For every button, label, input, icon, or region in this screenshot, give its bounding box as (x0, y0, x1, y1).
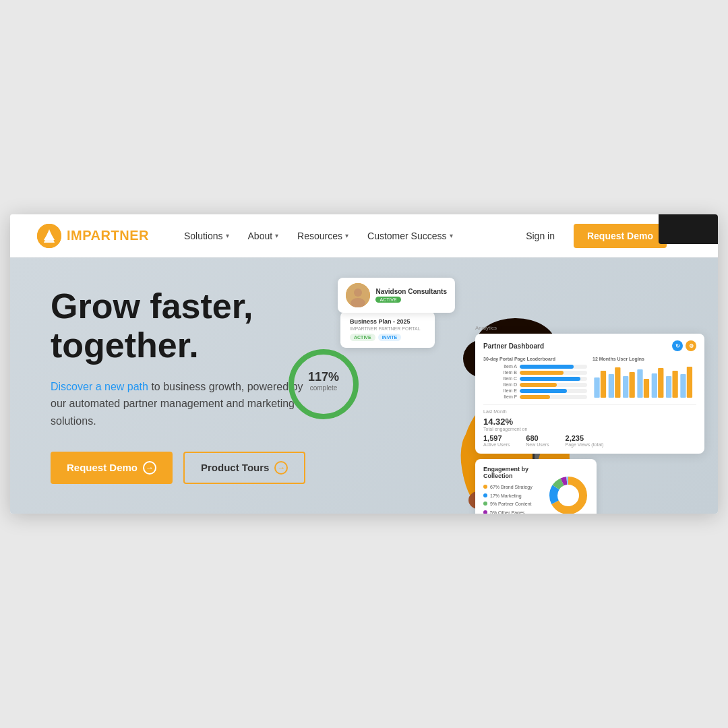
svg-text:117%: 117% (308, 370, 339, 384)
partner-dashboard-card: Partner Dashboard ↻ ⚙ 30-day Portal Page… (475, 334, 704, 454)
new-users-number: 680 (526, 434, 549, 442)
pd-charts-row: 30-day Portal Page Leaderboard Item A It… (483, 357, 696, 400)
nav-right: Sign in Request Demo 🔍 (518, 224, 691, 248)
analytics-section: Analytics Partner Dashboard ↻ ⚙ 30-day P… (475, 325, 704, 514)
profile-info: Navidson Consultants ACTIVE (375, 288, 447, 303)
donut-title: Engagement by Collection (483, 466, 541, 479)
svg-rect-13 (615, 367, 620, 398)
stats-block: Last Month 14.32% Total engagement on 1,… (483, 404, 696, 447)
chevron-down-icon: ▾ (450, 232, 453, 239)
avatar (346, 283, 370, 307)
svg-rect-20 (666, 376, 671, 398)
hbar-chart: Item A Item B Item C Item D Item E Item … (483, 364, 587, 399)
stat-new-users: 680 New Users (526, 434, 549, 447)
donut-info: Engagement by Collection 67% Brand Strat… (483, 466, 541, 514)
nav-about[interactable]: About ▾ (240, 225, 287, 247)
active-users-number: 1,597 (483, 434, 510, 442)
pd-title: Partner Dashboard (483, 342, 544, 350)
svg-rect-10 (594, 377, 599, 398)
page-views-number: 2,235 (566, 434, 604, 442)
donut-chart-svg (548, 475, 588, 514)
profile-card: Navidson Consultants ACTIVE (338, 278, 455, 313)
svg-rect-15 (629, 372, 634, 398)
arrow-icon: → (274, 461, 288, 475)
logins-chart: 12 Months User Logins (593, 357, 696, 400)
invite-badge: INVITE (378, 334, 402, 341)
svg-rect-23 (687, 367, 692, 398)
bp-card-badges: ACTIVE INVITE (350, 334, 425, 341)
svg-rect-2 (47, 237, 52, 239)
navbar: IMPARTNER Solutions ▾ About ▾ Resources … (10, 214, 718, 257)
request-demo-hero-button[interactable]: Request Demo → (51, 452, 173, 484)
product-tours-button[interactable]: Product Tours → (183, 452, 305, 484)
svg-rect-16 (637, 369, 642, 398)
leaderboard-label: 30-day Portal Page Leaderboard (483, 357, 587, 361)
leaderboard-chart: 30-day Portal Page Leaderboard Item A It… (483, 357, 587, 400)
chevron-down-icon: ▾ (226, 232, 229, 239)
hero-section: Grow faster, together. Discover a new pa… (10, 257, 718, 514)
svg-rect-19 (658, 368, 663, 398)
chevron-down-icon: ▾ (275, 232, 278, 239)
svg-point-29 (558, 485, 578, 506)
svg-rect-22 (680, 374, 686, 398)
hero-description: Discover a new path to business growth, … (51, 378, 307, 430)
pd-icons: ↻ ⚙ (672, 340, 696, 351)
svg-text:complete: complete (310, 384, 338, 392)
donut-card: Engagement by Collection 67% Brand Strat… (475, 459, 597, 514)
refresh-icon[interactable]: ↻ (672, 340, 683, 351)
profile-name: Navidson Consultants (375, 288, 447, 295)
sign-in-link[interactable]: Sign in (518, 225, 563, 247)
svg-point-8 (354, 289, 362, 297)
request-demo-nav-button[interactable]: Request Demo (574, 224, 667, 248)
stat-engagement-number: 14.32% (483, 417, 527, 427)
analytics-label: Analytics (475, 325, 704, 331)
arrow-icon: → (143, 461, 156, 475)
active-badge: ACTIVE (350, 334, 375, 341)
stat-active-users: 1,597 Active Users (483, 434, 510, 447)
bp-card-title: Business Plan - 2025 (350, 318, 425, 325)
business-plan-card: Business Plan - 2025 IMPARTNER PARTNER P… (340, 311, 435, 348)
svg-rect-14 (623, 376, 628, 398)
chevron-down-icon: ▾ (345, 232, 348, 239)
svg-rect-17 (644, 379, 649, 398)
hero-description-highlight: Discover a new path (51, 381, 148, 392)
svg-rect-21 (672, 371, 677, 398)
nav-resources[interactable]: Resources ▾ (289, 225, 357, 247)
nav-links: Solutions ▾ About ▾ Resources ▾ Customer… (176, 225, 518, 247)
settings-icon[interactable]: ⚙ (686, 340, 696, 351)
status-badge: ACTIVE (375, 297, 400, 303)
circular-progress: 117% complete (286, 347, 361, 424)
line-chart-svg (593, 364, 696, 398)
stats-period: Last Month (483, 409, 696, 414)
svg-rect-12 (609, 374, 614, 398)
search-icon[interactable]: 🔍 (677, 229, 691, 242)
svg-marker-1 (44, 229, 55, 243)
stat-engagement-label: Total engagement on (483, 427, 527, 431)
bp-card-subtitle: IMPARTNER PARTNER PORTAL (350, 326, 425, 331)
stat-engagement: 14.32% Total engagement on (483, 417, 696, 431)
hero-buttons: Request Demo → Product Tours → (51, 452, 374, 484)
svg-rect-18 (652, 373, 657, 398)
nav-customer-success[interactable]: Customer Success ▾ (359, 225, 460, 247)
page-views-label: Page Views (total) (566, 442, 604, 447)
nav-solutions[interactable]: Solutions ▾ (176, 225, 237, 247)
logo-wordmark: IMPARTNER (67, 228, 149, 243)
svg-rect-11 (601, 371, 606, 398)
new-users-label: New Users (526, 442, 549, 447)
logo-icon (37, 224, 61, 248)
stat-page-views: 2,235 Page Views (total) (566, 434, 604, 447)
pd-header: Partner Dashboard ↻ ⚙ (483, 340, 696, 351)
logo[interactable]: IMPARTNER (37, 224, 149, 248)
browser-window: IMPARTNER Solutions ▾ About ▾ Resources … (10, 214, 718, 514)
page-wrapper: IMPARTNER Solutions ▾ About ▾ Resources … (0, 0, 728, 728)
svg-point-0 (37, 224, 61, 248)
active-users-label: Active Users (483, 442, 510, 447)
logins-label: 12 Months User Logins (593, 357, 696, 361)
donut-legend: 67% Brand Strategy 17% Marketing 9% Part… (483, 483, 541, 514)
